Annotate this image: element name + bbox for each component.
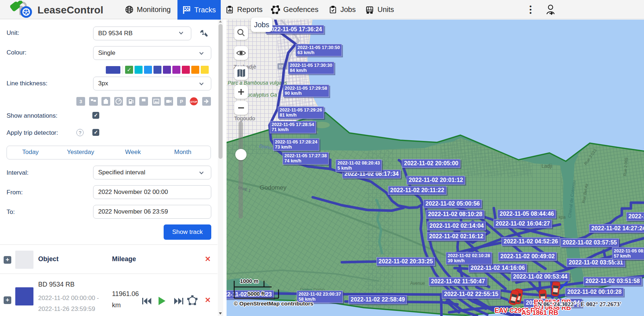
- svg-text:Ladji: Ladji: [541, 163, 552, 169]
- svg-text:STOP: STOP: [191, 101, 197, 103]
- svg-text:3: 3: [79, 99, 82, 104]
- svg-text:ucalyptus Ga: ucalyptus Ga: [247, 92, 277, 98]
- svg-text:Togoudo: Togoudo: [234, 115, 255, 121]
- svg-text:P: P: [180, 99, 183, 104]
- svg-text:Godomey: Godomey: [260, 184, 287, 191]
- svg-text:Avenue: Avenue: [410, 281, 425, 286]
- svg-text:kpa: kpa: [559, 215, 566, 220]
